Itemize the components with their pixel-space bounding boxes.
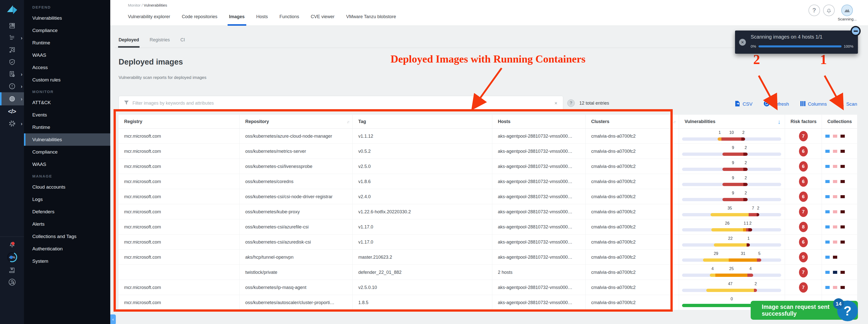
collection-swatch-darkred[interactable] (840, 286, 845, 289)
shield-check-icon[interactable] (0, 56, 24, 68)
refresh-button[interactable]: Refresh (764, 100, 789, 108)
help-icon[interactable]: ? (808, 4, 820, 16)
collection-swatch-blue[interactable] (825, 240, 830, 244)
collection-swatch-pink[interactable] (833, 180, 837, 183)
columns-button[interactable]: Columns (800, 100, 827, 108)
sidebar-item-collections-and-tags[interactable]: Collections and Tags (24, 230, 110, 242)
sort-icon[interactable]: ↓↑ (347, 115, 349, 129)
column-header-hosts[interactable]: Hosts (492, 115, 586, 129)
sidebar-item-alerts[interactable]: Alerts (24, 218, 110, 230)
table-row[interactable]: mcr.microsoft.comoss/kubernetes/ip-masq-… (119, 280, 857, 295)
sort-active-desc-icon[interactable]: ↓ (778, 115, 781, 129)
sidebar-item-system[interactable]: System (24, 255, 110, 267)
table-row[interactable]: mcr.microsoft.comoss/kubernetes/kube-pro… (119, 204, 857, 219)
sidebar-item-compliance[interactable]: Compliance (24, 24, 110, 37)
toast-minimize-button[interactable] (850, 26, 861, 36)
breadcrumb-section[interactable]: Monitor (128, 3, 141, 7)
tab-code-repositories[interactable]: Code repositories (182, 14, 217, 26)
sidebar-item-runtime[interactable]: Runtime (24, 121, 110, 133)
sidebar-item-vulnerabilities[interactable]: Vulnerabilities (24, 12, 110, 24)
collection-swatch-navy[interactable] (833, 271, 837, 274)
subtab-deployed[interactable]: Deployed (119, 37, 139, 47)
sort-icon[interactable]: ↓↑ (673, 115, 675, 129)
clear-filter-icon[interactable]: × (554, 100, 557, 106)
sidebar-item-compliance[interactable]: Compliance (24, 146, 110, 158)
support-badge[interactable]: 14 (833, 298, 844, 309)
compute-chip-icon[interactable]: › (0, 92, 24, 105)
tab-vmware-tanzu-blobstore[interactable]: VMware Tanzu blobstore (346, 14, 396, 26)
collection-swatch-darkred[interactable] (833, 256, 837, 259)
collection-swatch-darkred[interactable] (840, 225, 845, 228)
sidebar-item-waas[interactable]: WAAS (24, 158, 110, 170)
collection-swatch-blue[interactable] (825, 286, 830, 289)
tab-cve-viewer[interactable]: CVE viewer (311, 14, 335, 26)
sidebar-item-defenders[interactable]: Defenders (24, 205, 110, 218)
table-row[interactable]: mcr.microsoft.comoss/kubernetes/metrics-… (119, 144, 857, 159)
column-header-collections[interactable]: Collections (822, 115, 857, 129)
risk-factor-badge[interactable]: 7 (799, 131, 808, 141)
filter-input[interactable] (132, 101, 554, 106)
column-header-vulnerabilities[interactable]: Vulnerabilities↓ (679, 115, 785, 129)
dashboard-icon[interactable] (0, 20, 24, 32)
risk-factor-badge[interactable]: 7 (799, 267, 808, 278)
collection-swatch-blue[interactable] (825, 180, 830, 183)
risk-factor-badge[interactable]: 6 (799, 191, 808, 202)
risk-factor-badge[interactable]: 6 (799, 146, 808, 156)
subtab-ci[interactable]: CI (180, 37, 185, 47)
column-header-repository[interactable]: Repository↓↑ (240, 115, 353, 129)
notifications-bell-icon[interactable] (8, 240, 16, 248)
risk-factor-badge[interactable]: 8 (799, 222, 808, 232)
collection-swatch-pink[interactable] (833, 165, 837, 168)
toast-close-icon[interactable]: ✕ (739, 39, 746, 46)
column-header-clusters[interactable]: Clusters↓↑ (586, 115, 679, 129)
sidebar-item-cloud-accounts[interactable]: Cloud accounts (24, 181, 110, 193)
column-header-registry[interactable]: Registry (119, 115, 240, 129)
risk-factor-badge[interactable]: 7 (799, 206, 808, 217)
scan-status-icon[interactable] (841, 4, 853, 16)
collection-swatch-blue[interactable] (825, 225, 830, 228)
sidebar-item-vulnerabilities[interactable]: Vulnerabilities (24, 133, 110, 146)
table-row[interactable]: mcr.microsoft.comaks/hcp/tunnel-openvpnm… (119, 250, 857, 265)
investigate-icon[interactable] (0, 44, 24, 56)
collection-swatch-pink[interactable] (833, 195, 837, 198)
risk-factor-badge[interactable]: 6 (799, 237, 808, 247)
collection-swatch-darkred[interactable] (840, 195, 845, 198)
risk-factor-badge[interactable]: 6 (799, 161, 808, 171)
tab-images[interactable]: Images (229, 14, 245, 26)
code-security-icon[interactable]: </> (0, 105, 24, 118)
collection-swatch-pink[interactable] (833, 225, 837, 228)
settings-gear-icon[interactable]: › (0, 118, 24, 130)
collection-swatch-darkred[interactable] (840, 271, 845, 274)
collection-swatch-pink[interactable] (833, 135, 837, 138)
column-header-risk-factors[interactable]: Risk factors (785, 115, 822, 129)
tab-hosts[interactable]: Hosts (256, 14, 268, 26)
collection-swatch-blue[interactable] (825, 135, 830, 138)
sidebar-item-att-ck[interactable]: ATT&CK (24, 96, 110, 109)
table-row[interactable]: twistlock/privatedefender_22_01_8822 hos… (119, 265, 857, 280)
collection-swatch-darkred[interactable] (840, 210, 845, 213)
csv-button[interactable]: CSV (735, 100, 752, 108)
compliance-doc-icon[interactable]: › (0, 68, 24, 80)
table-row[interactable]: mcr.microsoft.comoss/kubernetes/corednsv… (119, 174, 857, 189)
risk-factor-badge[interactable]: 7 (799, 282, 808, 292)
sidebar-item-authentication[interactable]: Authentication (24, 242, 110, 255)
collection-swatch-blue[interactable] (825, 210, 830, 213)
risk-factor-badge[interactable]: 6 (799, 176, 808, 187)
table-row[interactable]: mcr.microsoft.comoss/kubernetes-csi/live… (119, 159, 857, 174)
table-row[interactable]: mcr.microsoft.comoss/kubernetes/autoscal… (119, 295, 857, 310)
column-header-tag[interactable]: Tag (353, 115, 492, 129)
sidebar-item-waas[interactable]: WAAS (24, 49, 110, 61)
table-row[interactable]: mcr.microsoft.comoss/kubernetes/azure-cl… (119, 129, 857, 144)
bell-icon[interactable] (823, 4, 835, 16)
risk-factor-badge[interactable]: 9 (799, 252, 808, 262)
filter-help-icon[interactable]: ? (567, 99, 575, 107)
sidebar-item-custom-rules[interactable]: Custom rules (24, 74, 110, 86)
collection-swatch-pink[interactable] (833, 210, 837, 213)
sidebar-item-access[interactable]: Access (24, 61, 110, 74)
collection-swatch-pink[interactable] (833, 150, 837, 153)
collection-swatch-blue[interactable] (825, 195, 830, 198)
user-profile-icon[interactable]: › (8, 278, 16, 286)
collection-swatch-darkred[interactable] (840, 180, 845, 183)
table-row[interactable]: mcr.microsoft.comoss/kubernetes-csi/csi-… (119, 189, 857, 204)
tab-vulnerability-explorer[interactable]: Vulnerability explorer (128, 14, 170, 26)
